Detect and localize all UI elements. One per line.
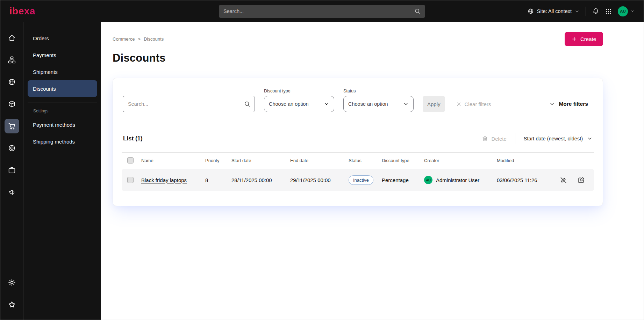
- chevron-down-icon: [575, 9, 579, 14]
- site-context-selector[interactable]: Site: All context: [528, 8, 579, 14]
- sidebar-item-marketing[interactable]: [5, 185, 19, 200]
- more-filters-label: More filters: [559, 101, 588, 107]
- topbar-right: Site: All context AU: [528, 6, 635, 16]
- menu-item-label: Shipping methods: [33, 139, 75, 145]
- topbar-divider: [586, 7, 586, 16]
- chevron-down-icon: [630, 9, 635, 13]
- close-icon: [456, 102, 461, 107]
- sidebar-item-content[interactable]: [5, 53, 19, 67]
- menu-section-settings: Settings: [24, 103, 101, 116]
- creator-cell: AU Administrator User: [424, 176, 497, 184]
- apps-grid-icon[interactable]: [606, 8, 611, 14]
- app-window: ibexa Site: All context: [0, 0, 644, 320]
- filter-discount-type: Discount type Choose an option: [264, 89, 334, 112]
- discount-type-select[interactable]: Choose an option: [264, 96, 334, 112]
- discounts-table: Name Priority Start date End date Status…: [122, 152, 594, 191]
- user-menu[interactable]: AU: [618, 6, 635, 16]
- table-row: Black friday laptops 8 28/11/2025 00:00 …: [122, 169, 594, 191]
- topbar: ibexa Site: All context: [0, 0, 644, 22]
- deactivate-icon[interactable]: [560, 176, 567, 184]
- menu-item-payments[interactable]: Payments: [28, 47, 97, 63]
- menu-item-shipments[interactable]: Shipments: [28, 63, 97, 80]
- menu-item-payment-methods[interactable]: Payment methods: [28, 116, 97, 133]
- globe-icon: [528, 8, 534, 14]
- column-header-priority: Priority: [205, 158, 231, 163]
- sidebar-item-commerce[interactable]: [5, 119, 19, 133]
- sidebar-item-bookmarks[interactable]: [5, 297, 19, 312]
- apply-button[interactable]: Apply: [423, 96, 445, 112]
- menu-item-label: Payment methods: [33, 122, 75, 128]
- sort-label: Start date (newest, oldest): [524, 136, 583, 141]
- chevron-down-icon: [324, 101, 329, 107]
- commerce-menu: Orders Payments Shipments Discounts Sett…: [23, 22, 101, 320]
- column-header-creator: Creator: [424, 158, 497, 163]
- discount-end-date: 29/11/2025 00:00: [290, 177, 349, 183]
- discounts-card: Discount type Choose an option Status Ch…: [113, 78, 603, 206]
- main-content: Commerce > Discounts Create Discounts: [101, 22, 644, 320]
- discount-start-date: 28/11/2025 00:00: [231, 177, 290, 183]
- search-icon[interactable]: [414, 8, 421, 14]
- sidebar-item-personalization[interactable]: [5, 141, 19, 155]
- status-select[interactable]: Choose an option: [343, 96, 414, 112]
- create-button[interactable]: Create: [565, 32, 603, 46]
- delete-label: Delete: [491, 136, 506, 142]
- filter-search-input[interactable]: [123, 96, 255, 112]
- menu-item-label: Orders: [33, 35, 49, 41]
- megaphone-icon: [8, 188, 16, 196]
- edit-icon[interactable]: [578, 176, 585, 184]
- notifications-bell-icon[interactable]: [592, 8, 599, 15]
- menu-item-shipping-methods[interactable]: Shipping methods: [28, 133, 97, 150]
- content-tree-icon: [8, 56, 16, 64]
- breadcrumb-commerce[interactable]: Commerce: [113, 36, 135, 42]
- sidebar-item-admin[interactable]: [5, 275, 19, 290]
- menu-item-label: Payments: [33, 52, 56, 58]
- column-header-discount-type: Discount type: [382, 158, 424, 163]
- ibexa-logo[interactable]: ibexa: [9, 6, 35, 17]
- menu-item-label: Discounts: [33, 86, 56, 92]
- home-icon: [8, 34, 16, 42]
- filters-bar: Discount type Choose an option Status Ch…: [113, 78, 603, 124]
- sidebar-item-site[interactable]: [5, 75, 19, 89]
- target-icon: [8, 144, 16, 152]
- menu-item-orders[interactable]: Orders: [28, 30, 97, 47]
- create-button-label: Create: [580, 36, 596, 42]
- discount-name-link[interactable]: Black friday laptops: [141, 177, 187, 183]
- creator-avatar: AU: [424, 176, 432, 184]
- column-header-status: Status: [349, 158, 382, 163]
- icon-sidebar: [0, 22, 23, 320]
- list-header-divider: [515, 133, 515, 144]
- list-section: List (1) Delete Start date (newest, olde…: [113, 124, 603, 206]
- menu-item-discounts[interactable]: Discounts: [28, 80, 97, 97]
- trash-icon: [482, 135, 488, 142]
- sidebar-item-corporate[interactable]: [5, 163, 19, 178]
- discount-modified: 03/06/2025 11:26: [497, 177, 558, 183]
- commerce-cart-icon: [8, 122, 16, 130]
- star-icon: [8, 301, 16, 308]
- plus-icon: [572, 36, 577, 42]
- breadcrumb-discounts[interactable]: Discounts: [144, 36, 164, 42]
- search-icon[interactable]: [244, 101, 250, 107]
- global-search-input[interactable]: [223, 8, 414, 14]
- status-label: Status: [343, 89, 414, 93]
- sidebar-item-dashboard[interactable]: [5, 30, 19, 45]
- more-filters-button[interactable]: More filters: [549, 96, 588, 112]
- discount-type-value: Choose an option: [269, 101, 309, 107]
- filter-search: [123, 96, 255, 112]
- gear-icon: [8, 279, 16, 286]
- filter-status: Status Choose an option: [343, 89, 414, 112]
- global-search[interactable]: [219, 5, 425, 18]
- discount-type-label: Discount type: [264, 89, 334, 93]
- row-checkbox[interactable]: [127, 177, 134, 183]
- chevron-down-icon: [403, 101, 409, 107]
- sidebar-item-product-catalog[interactable]: [5, 97, 19, 111]
- sort-dropdown[interactable]: Start date (newest, oldest): [524, 136, 593, 141]
- user-avatar: AU: [618, 6, 628, 16]
- breadcrumb-separator: >: [138, 36, 141, 42]
- select-all-checkbox[interactable]: [127, 157, 134, 164]
- page-title: Discounts: [113, 52, 603, 64]
- status-badge: Inactive: [349, 175, 373, 185]
- chevron-down-icon: [549, 101, 555, 107]
- site-context-label: Site: All context: [537, 8, 572, 14]
- delete-button[interactable]: Delete: [482, 135, 506, 142]
- clear-filters-button[interactable]: Clear filters: [456, 96, 491, 112]
